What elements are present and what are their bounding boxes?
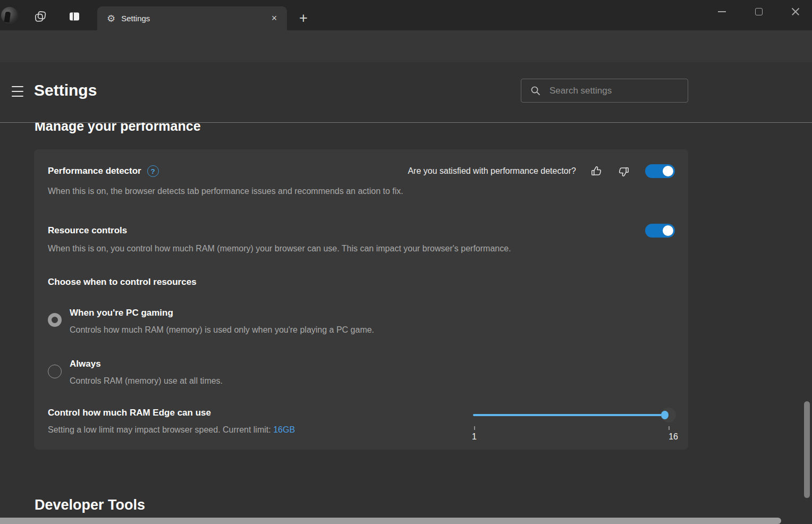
resource-controls-toggle[interactable] [645,224,675,238]
titlebar: ⚙ Settings × + [0,0,812,30]
tab-close-button[interactable]: × [267,11,282,26]
slider-track[interactable] [473,414,674,416]
thumbs-up-button[interactable] [590,165,603,178]
toggle-knob [663,225,673,236]
window-minimize-button[interactable] [703,0,740,23]
search-input[interactable] [548,85,688,97]
ram-limit-title: Control how much RAM Edge can use [48,408,295,418]
toolbar: Edge edge://settings> ☆ [0,30,812,62]
ram-slider: 1 16 [473,410,674,447]
help-icon[interactable]: ? [147,165,159,177]
new-tab-button[interactable]: + [293,8,314,28]
option-pc-gaming[interactable]: When you're PC gaming Controls how much … [48,307,374,335]
search-icon [530,85,541,96]
tab-settings[interactable]: ⚙ Settings × [97,6,287,30]
option-description: Controls how much RAM (memory) is used o… [70,325,374,335]
profile-avatar[interactable] [1,7,18,24]
tab-title: Settings [121,14,150,23]
resource-controls-title: Resource controls [48,225,127,236]
maximize-icon [755,8,763,15]
page-title: Settings [34,81,97,99]
performance-detector-row: Performance detector ? Are you satisfied… [48,162,675,180]
edge-browser-window: ⚙ Settings × + [0,0,812,524]
tab-panel-button[interactable] [65,7,83,26]
radio-selected-icon[interactable] [48,313,62,327]
slider-tick-max [669,426,670,430]
option-label: When you're PC gaming [70,307,374,319]
close-icon [791,7,800,16]
current-limit-value: 16GB [273,425,295,434]
settings-menu-button[interactable] [12,86,24,97]
ram-limit-description: Setting a low limit may impact browser s… [48,425,295,435]
workspaces-icon [34,10,47,23]
tab-panel-icon [68,10,81,23]
slider-max-label: 16 [669,432,678,442]
feedback-question: Are you satisfied with performance detec… [408,166,576,176]
resource-controls-row: Resource controls [48,223,675,239]
window-close-button[interactable] [777,0,812,23]
vertical-scrollbar-thumb[interactable] [804,401,810,498]
slider-tick-min [474,426,475,430]
settings-scroll-area: Manage your performance Performance dete… [0,123,812,524]
slider-min-label: 1 [472,432,477,442]
ram-limit-section: Control how much RAM Edge can use Settin… [48,408,295,435]
option-label: Always [70,358,223,370]
toggle-knob [663,166,673,176]
slider-thumb[interactable] [661,408,676,422]
settings-header: Settings [0,62,812,123]
settings-page: Settings Manage your performance Perform… [0,62,812,524]
section-title-developer-tools: Developer Tools [35,497,812,513]
option-always[interactable]: Always Controls RAM (memory) use at all … [48,358,223,386]
slider-thumb-dot [661,411,669,419]
settings-gear-icon: ⚙ [107,14,115,23]
performance-detector-title: Performance detector [48,166,141,176]
thumbs-down-button[interactable] [617,165,630,178]
radio-unselected-icon[interactable] [48,365,62,378]
performance-detector-description: When this is on, the browser detects tab… [48,187,675,196]
choose-resources-heading: Choose when to control resources [48,277,675,288]
option-description: Controls RAM (memory) use at all times. [70,376,223,386]
workspaces-button[interactable] [31,7,49,26]
minimize-icon [718,11,726,12]
horizontal-scrollbar-thumb[interactable] [0,518,781,524]
section-title-performance: Manage your performance [35,123,812,134]
window-maximize-button[interactable] [740,0,777,23]
settings-search-box[interactable] [521,79,688,103]
performance-detector-toggle[interactable] [645,164,675,178]
resource-controls-description: When this is on, you control how much RA… [48,244,675,253]
ram-limit-description-text: Setting a low limit may impact browser s… [48,425,273,434]
performance-settings-card: Performance detector ? Are you satisfied… [34,149,688,450]
